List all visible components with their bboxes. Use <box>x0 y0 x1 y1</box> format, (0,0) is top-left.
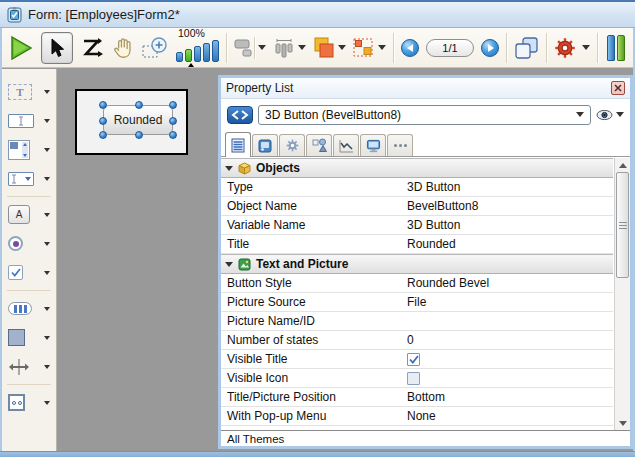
section-header-objects[interactable]: Objects <box>221 158 613 178</box>
visible-icon-checkbox[interactable] <box>407 372 420 385</box>
zoom-bars-icon[interactable] <box>176 40 219 62</box>
button-tool[interactable]: A <box>6 201 52 228</box>
property-row[interactable]: Visible Title <box>221 350 613 369</box>
scroll-up-button[interactable] <box>615 158 630 172</box>
combobox-dropdown-icon[interactable] <box>44 177 50 181</box>
selection-handle-n[interactable] <box>135 101 143 109</box>
matrix-dropdown-icon[interactable] <box>378 45 386 50</box>
books-button[interactable] <box>607 35 625 61</box>
property-row[interactable]: Picture Source File <box>221 293 613 312</box>
collapse-triangle-icon[interactable] <box>225 166 233 171</box>
form-canvas[interactable]: Rounded <box>75 89 188 155</box>
object-selector-combobox[interactable]: 3D Button (BevelButton8) <box>258 105 591 125</box>
property-value[interactable]: Rounded <box>405 237 613 251</box>
static-text-tool[interactable]: T <box>6 78 52 105</box>
zoom-level-widget[interactable]: 100% <box>176 28 219 67</box>
tab-chart[interactable] <box>333 134 359 156</box>
input-tool[interactable] <box>6 107 52 134</box>
property-row[interactable]: Visible Icon <box>221 369 613 388</box>
object-navigator-button[interactable] <box>227 106 253 124</box>
property-value[interactable]: Rounded Bevel <box>405 276 613 290</box>
tab-gear[interactable] <box>279 134 305 156</box>
selection-handle-e[interactable] <box>169 117 177 125</box>
move-order-tool[interactable] <box>80 32 104 64</box>
property-list-titlebar[interactable]: Property List <box>221 78 630 99</box>
tab-display[interactable] <box>360 134 386 156</box>
property-scrollbar[interactable] <box>614 158 630 430</box>
splitter-dropdown-icon[interactable] <box>44 365 50 369</box>
align-menu[interactable] <box>234 32 266 64</box>
tab-control-tool[interactable] <box>6 295 52 322</box>
property-row[interactable]: Type 3D Button <box>221 178 613 197</box>
plugin-area-tool[interactable] <box>6 389 52 416</box>
tab-control-dropdown-icon[interactable] <box>44 307 50 311</box>
splitter-tool[interactable] <box>6 353 52 380</box>
zoom-bar-4[interactable] <box>203 43 210 62</box>
rectangle-tool[interactable] <box>6 324 52 351</box>
selection-handle-se[interactable] <box>169 131 177 139</box>
zoom-bar-3[interactable] <box>194 46 201 62</box>
rectangle-dropdown-icon[interactable] <box>44 336 50 340</box>
scrollbar-thumb[interactable] <box>616 172 629 278</box>
settings-dropdown-icon[interactable] <box>582 45 590 50</box>
property-value[interactable]: Bottom <box>405 390 613 404</box>
next-page-button[interactable] <box>481 39 499 57</box>
duplicate-menu[interactable] <box>313 32 346 64</box>
selection-handle-sw[interactable] <box>99 131 107 139</box>
selection-handle-w[interactable] <box>99 117 107 125</box>
scroll-down-button[interactable] <box>615 416 630 430</box>
listbox-dropdown-icon[interactable] <box>44 148 50 152</box>
property-value[interactable]: 0 <box>405 333 613 347</box>
tab-shapes[interactable] <box>306 134 332 156</box>
titlebar[interactable]: Form: [Employees]Form2* <box>0 0 635 28</box>
property-row[interactable]: With Pop-up Menu None <box>221 407 613 426</box>
property-row[interactable]: Variable Name 3D Button <box>221 216 613 235</box>
selection-handle-ne[interactable] <box>169 101 177 109</box>
pan-tool[interactable] <box>111 32 135 64</box>
close-button[interactable] <box>611 81 625 95</box>
zoom-bar-5[interactable] <box>212 40 219 62</box>
distribute-dropdown-icon[interactable] <box>298 45 306 50</box>
radio-button-tool[interactable] <box>6 230 52 257</box>
views-button[interactable] <box>514 32 539 64</box>
input-dropdown-icon[interactable] <box>44 119 50 123</box>
property-row[interactable]: Object Name BevelButton8 <box>221 197 613 216</box>
page-indicator[interactable]: 1/1 <box>426 39 474 57</box>
button-dropdown-icon[interactable] <box>44 213 50 217</box>
tab-list[interactable] <box>225 132 251 157</box>
property-row[interactable]: Title Rounded <box>221 235 613 254</box>
zoom-tool[interactable] <box>142 32 169 64</box>
bevel-button-object[interactable]: Rounded <box>103 105 173 135</box>
pointer-tool[interactable] <box>41 32 73 64</box>
run-button[interactable] <box>8 32 34 64</box>
property-value[interactable]: 3D Button <box>405 218 613 232</box>
align-dropdown-icon[interactable] <box>258 45 266 50</box>
plugin-dropdown-icon[interactable] <box>44 401 50 405</box>
matrix-menu[interactable] <box>353 32 386 64</box>
radio-dropdown-icon[interactable] <box>44 242 50 246</box>
visible-title-checkbox[interactable] <box>407 353 420 366</box>
view-options-button[interactable] <box>596 109 624 121</box>
checkbox-dropdown-icon[interactable] <box>44 271 50 275</box>
static-text-dropdown-icon[interactable] <box>44 90 50 94</box>
selection-handle-s[interactable] <box>135 131 143 139</box>
property-value[interactable]: BevelButton8 <box>405 199 613 213</box>
settings-menu[interactable] <box>554 32 590 64</box>
section-header-text-and-picture[interactable]: Text and Picture <box>221 254 613 274</box>
collapse-triangle-icon[interactable] <box>225 262 233 267</box>
duplicate-dropdown-icon[interactable] <box>338 45 346 50</box>
property-value[interactable]: None <box>405 409 613 423</box>
property-row[interactable]: Picture Name/ID <box>221 312 613 331</box>
property-row[interactable]: Title/Picture Position Bottom <box>221 388 613 407</box>
combobox-tool[interactable] <box>6 165 52 192</box>
zoom-bar-1[interactable] <box>176 52 183 62</box>
checkbox-tool[interactable] <box>6 259 52 286</box>
tab-more[interactable] <box>387 134 413 156</box>
themes-footer[interactable]: All Themes <box>221 430 630 446</box>
previous-page-button[interactable] <box>401 39 419 57</box>
property-value[interactable]: File <box>405 295 613 309</box>
view-options-dropdown-icon[interactable] <box>616 112 624 117</box>
property-row[interactable]: Button Style Rounded Bevel <box>221 274 613 293</box>
selection-handle-nw[interactable] <box>99 101 107 109</box>
distribute-menu[interactable] <box>273 32 306 64</box>
